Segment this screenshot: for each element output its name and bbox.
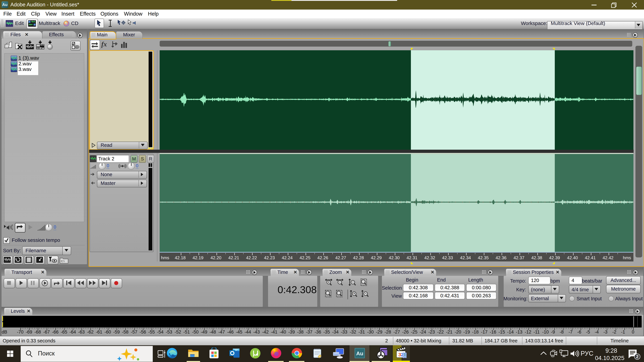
svg-text:+: +: [353, 292, 355, 295]
svg-text:C:\: C:\: [61, 260, 64, 263]
svg-text:−: −: [339, 280, 341, 284]
svg-text:−: −: [365, 292, 366, 295]
svg-text:2: 2: [636, 354, 638, 359]
svg-text:Au: Au: [356, 351, 364, 357]
svg-text:+: +: [328, 280, 330, 284]
svg-text:−: −: [352, 280, 354, 284]
